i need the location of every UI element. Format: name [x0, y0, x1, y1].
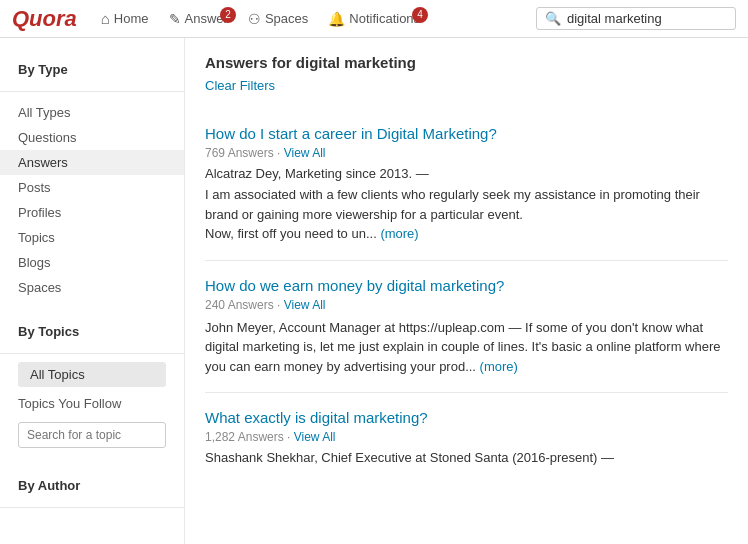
search-box[interactable]: 🔍	[536, 7, 736, 30]
nav-answer[interactable]: ✎ Answer 2	[159, 5, 238, 33]
result-author-3: Shashank Shekhar, Chief Executive at Sto…	[205, 450, 728, 465]
result-meta-2: 240 Answers · View All	[205, 298, 728, 312]
result-item-2: How do we earn money by digital marketin…	[205, 261, 728, 394]
search-input[interactable]	[567, 11, 727, 26]
by-topics-title: By Topics	[0, 316, 184, 345]
result-author-inline-2: John Meyer, Account Manager at https://u…	[205, 320, 721, 374]
result-author-1: Alcatraz Dey, Marketing since 2013. —	[205, 166, 728, 181]
sidebar-item-profiles[interactable]: Profiles	[0, 200, 184, 225]
result-body2-text-1: Now, first off you need to un...	[205, 226, 377, 241]
topic-search-input[interactable]	[18, 422, 166, 448]
result-title-3[interactable]: What exactly is digital marketing?	[205, 409, 728, 426]
result-body-1: I am associated with a few clients who r…	[205, 185, 728, 224]
search-icon: 🔍	[545, 11, 561, 26]
result-more-2[interactable]: (more)	[480, 359, 518, 374]
result-meta-3: 1,282 Answers · View All	[205, 430, 728, 444]
result-meta-1: 769 Answers · View All	[205, 146, 728, 160]
all-topics-button[interactable]: All Topics	[18, 362, 166, 387]
result-answers-count-2: 240 Answers	[205, 298, 274, 312]
result-title-2[interactable]: How do we earn money by digital marketin…	[205, 277, 728, 294]
sidebar-item-spaces[interactable]: Spaces	[0, 275, 184, 300]
main-content: Answers for digital marketing Clear Filt…	[185, 38, 748, 544]
result-item-3: What exactly is digital marketing? 1,282…	[205, 393, 728, 485]
clear-filters-link[interactable]: Clear Filters	[205, 78, 275, 93]
by-type-title: By Type	[0, 54, 184, 83]
result-item-1: How do I start a career in Digital Marke…	[205, 109, 728, 261]
home-icon: ⌂	[101, 10, 110, 27]
result-body-text-1: I am associated with a few clients who r…	[205, 187, 700, 222]
sidebar-item-blogs[interactable]: Blogs	[0, 250, 184, 275]
nav-spaces-label: Spaces	[265, 11, 308, 26]
result-view-all-1[interactable]: View All	[284, 146, 326, 160]
answer-icon: ✎	[169, 11, 181, 27]
result-view-all-2[interactable]: View All	[284, 298, 326, 312]
sidebar-item-topics-you-follow[interactable]: Topics You Follow	[0, 391, 184, 416]
notifications-badge: 4	[412, 7, 428, 23]
results-query: digital marketing	[296, 54, 416, 71]
result-more-1[interactable]: (more)	[380, 226, 418, 241]
bell-icon: 🔔	[328, 11, 345, 27]
main-nav: ⌂ Home ✎ Answer 2 ⚇ Spaces 🔔 Notificatio…	[91, 4, 430, 33]
header: Quora ⌂ Home ✎ Answer 2 ⚇ Spaces 🔔 Notif…	[0, 0, 748, 38]
layout: By Type All Types Questions Answers Post…	[0, 38, 748, 544]
result-title-1[interactable]: How do I start a career in Digital Marke…	[205, 125, 728, 142]
answer-badge: 2	[220, 7, 236, 23]
sidebar-item-questions[interactable]: Questions	[0, 125, 184, 150]
nav-home[interactable]: ⌂ Home	[91, 4, 159, 33]
sidebar-item-topics[interactable]: Topics	[0, 225, 184, 250]
nav-notifications[interactable]: 🔔 Notifications 4	[318, 5, 430, 33]
by-author-title: By Author	[0, 470, 184, 499]
sidebar-item-all-types[interactable]: All Types	[0, 100, 184, 125]
result-answers-count-3: 1,282 Answers	[205, 430, 284, 444]
nav-notifications-label: Notifications	[349, 11, 420, 26]
sidebar: By Type All Types Questions Answers Post…	[0, 38, 185, 544]
spaces-icon: ⚇	[248, 11, 261, 27]
results-prefix: Answers for	[205, 54, 296, 71]
sidebar-item-answers[interactable]: Answers	[0, 150, 184, 175]
nav-home-label: Home	[114, 11, 149, 26]
result-view-all-3[interactable]: View All	[294, 430, 336, 444]
logo[interactable]: Quora	[12, 6, 77, 32]
result-body2-1: Now, first off you need to un... (more)	[205, 224, 728, 244]
results-header: Answers for digital marketing	[205, 54, 728, 71]
result-body-2: John Meyer, Account Manager at https://u…	[205, 318, 728, 377]
nav-spaces[interactable]: ⚇ Spaces	[238, 5, 318, 33]
result-answers-count-1: 769 Answers	[205, 146, 274, 160]
sidebar-item-posts[interactable]: Posts	[0, 175, 184, 200]
